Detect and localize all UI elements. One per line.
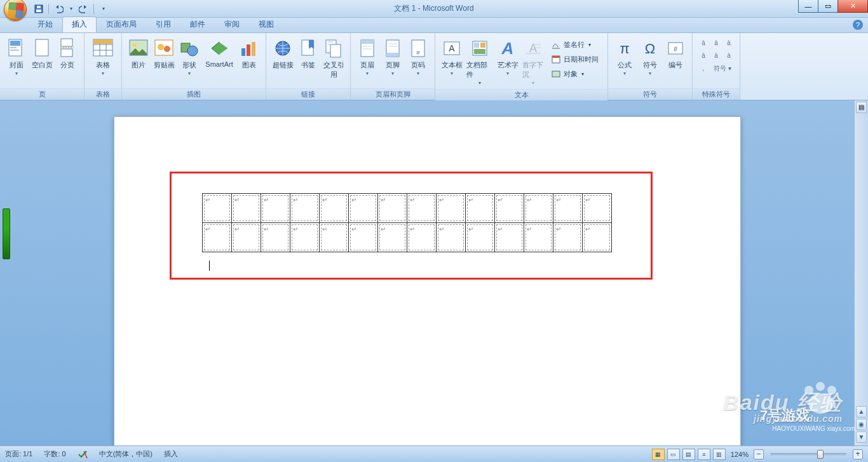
status-words[interactable]: 字数: 0	[44, 449, 65, 459]
svg-rect-24	[241, 48, 245, 56]
svg-text:π: π	[620, 41, 629, 57]
svg-rect-45	[480, 43, 485, 48]
table-button[interactable]: 表格▾	[88, 36, 118, 78]
pagenumber-button[interactable]: # 页码▾	[405, 36, 431, 78]
status-right: ▦ ▭ ▤ ≡ ▥ 124% − +	[652, 449, 863, 460]
group-links: 超链接 书签 交叉引用 链接	[266, 33, 351, 100]
tab-home[interactable]: 开始	[28, 17, 62, 32]
paw-icon	[802, 384, 843, 418]
office-button[interactable]	[4, 0, 27, 21]
page-break-button[interactable]: 分页	[55, 36, 80, 72]
minimize-button[interactable]: —	[798, 0, 818, 13]
footer-button[interactable]: 页脚▾	[380, 36, 405, 78]
svg-point-20	[158, 44, 164, 50]
vertical-scrollbar[interactable]: ▤ ▲ ◉ ▼	[854, 100, 868, 445]
tab-mailings[interactable]: 邮件	[180, 17, 215, 32]
browse-object-icon[interactable]: ◉	[856, 419, 867, 430]
quickparts-button[interactable]: 文档部件▾	[465, 36, 495, 88]
help-icon[interactable]: ?	[853, 20, 863, 30]
chart-icon	[239, 38, 259, 58]
smartart-icon	[209, 38, 229, 58]
special-more[interactable]: 符号 ▾	[710, 63, 735, 74]
shapes-button[interactable]: 形状▾	[177, 36, 202, 78]
crossref-button[interactable]: 交叉引用	[321, 36, 346, 81]
clipart-button[interactable]: 剪贴画	[151, 36, 177, 72]
wordart-button[interactable]: A 艺术字▾	[495, 36, 520, 78]
cover-page-button[interactable]: 封面▾	[4, 36, 29, 78]
zoom-slider[interactable]	[770, 453, 846, 456]
watermark-game: 7号游戏 HAOYOUXIWANG xiayx.com	[760, 406, 855, 444]
blank-page-button[interactable]: 空白页	[29, 36, 55, 72]
bookmark-button[interactable]: 书签	[295, 36, 321, 72]
object-button[interactable]: 对象▾	[548, 67, 601, 81]
svg-text:A: A	[449, 43, 455, 53]
text-cursor	[209, 261, 210, 271]
dropcap-icon: A	[523, 38, 543, 58]
object-icon	[551, 69, 561, 79]
svg-point-18	[133, 43, 137, 47]
pagenum-icon: #	[408, 38, 428, 58]
header-icon	[357, 38, 377, 58]
zoom-level[interactable]: 124%	[731, 451, 749, 458]
symbol-button[interactable]: Ω 符号▾	[637, 36, 663, 78]
svg-rect-30	[330, 44, 341, 57]
view-outline-icon[interactable]: ≡	[698, 449, 710, 460]
clipart-icon	[154, 38, 174, 58]
maximize-button[interactable]: ▭	[818, 0, 838, 13]
page[interactable]	[114, 116, 741, 445]
status-mode[interactable]: 插入	[164, 449, 178, 459]
redo-icon[interactable]	[78, 3, 90, 15]
svg-rect-16	[93, 39, 112, 44]
proofing-icon[interactable]	[78, 450, 88, 459]
zoom-thumb[interactable]	[817, 450, 824, 459]
undo-icon[interactable]	[53, 3, 64, 15]
textbox-button[interactable]: A 文本框▾	[439, 36, 465, 78]
group-pages: 封面▾ 空白页 分页 页	[0, 33, 85, 100]
quickparts-icon	[470, 38, 490, 58]
next-page-icon[interactable]: ▼	[856, 431, 867, 443]
hyperlink-button[interactable]: 超链接	[270, 36, 295, 72]
text-stack: 签名行▾ 日期和时间 对象▾	[546, 36, 604, 82]
svg-rect-36	[386, 53, 399, 57]
tab-insert[interactable]: 插入	[62, 17, 97, 32]
ruler-toggle-icon[interactable]: ▤	[856, 102, 867, 113]
zoom-out-button[interactable]: −	[754, 449, 764, 459]
svg-rect-46	[474, 49, 485, 54]
svg-rect-25	[247, 44, 250, 56]
wordart-icon: A	[498, 38, 518, 58]
document-table[interactable]	[202, 193, 612, 252]
equation-button[interactable]: π 公式▾	[612, 36, 637, 78]
svg-rect-44	[474, 43, 479, 48]
footer-icon	[383, 38, 403, 58]
view-printlayout-icon[interactable]: ▦	[652, 449, 665, 460]
ribbon: 封面▾ 空白页 分页 页 表格▾ 表格 图片	[0, 33, 868, 100]
tab-references[interactable]: 引用	[146, 17, 180, 32]
zoom-in-button[interactable]: +	[853, 449, 863, 459]
view-fullscreen-icon[interactable]: ▭	[667, 449, 680, 460]
dropcap-button[interactable]: A 首字下沉▾	[520, 36, 546, 88]
status-page[interactable]: 页面: 1/1	[5, 449, 32, 459]
picture-button[interactable]: 图片	[126, 36, 151, 72]
save-icon[interactable]	[33, 3, 44, 15]
tab-view[interactable]: 视图	[249, 17, 283, 32]
special-symbol-grid[interactable]: à à à à à à , 符号 ▾	[696, 36, 736, 76]
signature-icon	[551, 39, 561, 50]
tab-review[interactable]: 审阅	[215, 17, 249, 32]
close-button[interactable]: ✕	[837, 0, 868, 13]
view-weblayout-icon[interactable]: ▤	[682, 449, 695, 460]
svg-text:A: A	[501, 39, 514, 58]
qat-customize-icon[interactable]: ▾	[98, 3, 109, 15]
header-button[interactable]: 页眉▾	[355, 36, 380, 78]
group-symbols: π 公式▾ Ω 符号▾ # 编号 符号	[608, 33, 693, 100]
smartart-button[interactable]: SmartArt	[202, 36, 236, 70]
status-language[interactable]: 中文(简体，中国)	[99, 449, 153, 459]
datetime-button[interactable]: 日期和时间	[548, 52, 601, 66]
group-headerfooter: 页眉▾ 页脚▾ # 页码▾ 页眉和页脚	[351, 33, 435, 100]
number-button[interactable]: # 编号	[663, 36, 688, 72]
chart-button[interactable]: 图表	[236, 36, 262, 72]
signature-button[interactable]: 签名行▾	[548, 37, 601, 51]
undo-more-icon[interactable]: ▾	[68, 3, 74, 15]
tab-pagelayout[interactable]: 页面布局	[97, 17, 146, 32]
view-draft-icon[interactable]: ▥	[713, 449, 726, 460]
prev-page-icon[interactable]: ▲	[856, 406, 867, 418]
